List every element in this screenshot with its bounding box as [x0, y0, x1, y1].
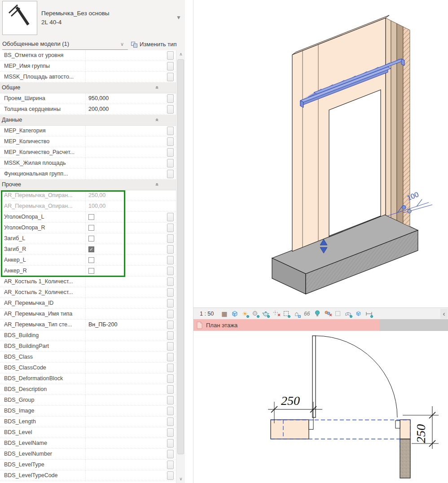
property-value[interactable]	[85, 136, 165, 147]
associate-param-button[interactable]	[167, 267, 174, 275]
section-header[interactable]: Общие«	[0, 83, 176, 93]
property-value[interactable]: 200,000	[85, 104, 165, 115]
associate-param-button[interactable]	[167, 331, 174, 340]
associate-param-button[interactable]	[167, 428, 174, 437]
collapse-arrow-icon[interactable]: ‹	[440, 309, 448, 319]
dimension-grip-blue[interactable]	[402, 206, 406, 209]
property-value[interactable]	[85, 341, 165, 352]
associate-param-button[interactable]	[167, 62, 174, 70]
associate-param-button[interactable]	[167, 417, 174, 426]
associate-param-button[interactable]	[167, 245, 174, 254]
property-value[interactable]	[85, 233, 165, 244]
property-value[interactable]	[85, 460, 165, 470]
3d-view-canvas[interactable]: 100	[193, 0, 448, 307]
constraints-icon[interactable]	[365, 309, 373, 318]
property-value[interactable]	[85, 287, 165, 298]
tab-floor-plan[interactable]: План этажа	[193, 319, 380, 331]
associate-param-button[interactable]	[167, 170, 174, 178]
associate-param-button[interactable]	[167, 277, 174, 286]
property-value[interactable]	[85, 266, 165, 277]
associate-param-button[interactable]	[167, 213, 174, 221]
associate-param-button[interactable]	[167, 439, 174, 448]
associate-param-button[interactable]	[167, 73, 174, 81]
collapse-chevron-icon[interactable]: «	[154, 119, 161, 122]
property-value[interactable]	[85, 61, 165, 72]
associate-param-button[interactable]	[167, 310, 174, 318]
property-value[interactable]	[85, 373, 165, 384]
reveal-hidden-icon[interactable]	[313, 309, 321, 318]
associate-param-button[interactable]	[167, 256, 174, 264]
associate-param-button[interactable]	[167, 385, 174, 394]
type-thumbnail[interactable]	[2, 1, 37, 35]
associate-param-button[interactable]	[167, 471, 174, 480]
checkbox[interactable]	[88, 214, 94, 220]
associate-param-button[interactable]	[167, 105, 174, 114]
section-header[interactable]: Прочее«	[0, 180, 176, 190]
property-value[interactable]	[85, 330, 165, 341]
collapse-chevron-icon[interactable]: «	[154, 86, 161, 89]
dimension-grip-gray[interactable]	[408, 209, 411, 213]
associate-param-button[interactable]	[167, 321, 174, 329]
property-value[interactable]	[85, 309, 165, 320]
property-value[interactable]	[85, 427, 165, 438]
property-value[interactable]	[85, 470, 165, 481]
property-value[interactable]	[85, 212, 165, 223]
crop-view-icon[interactable]: ✕	[272, 309, 280, 318]
checkbox[interactable]	[88, 236, 94, 242]
section-header[interactable]: Данные«	[0, 115, 176, 126]
associate-param-button[interactable]	[167, 224, 174, 232]
render-icon[interactable]	[261, 309, 270, 318]
associate-param-button[interactable]	[167, 407, 174, 415]
associate-param-button[interactable]	[167, 234, 174, 243]
scroll-down-arrow-icon[interactable]: ∨	[176, 475, 185, 483]
associate-param-button[interactable]	[167, 137, 174, 146]
associate-param-button[interactable]	[167, 159, 174, 167]
crop-region-icon[interactable]	[282, 309, 290, 318]
type-dropdown-arrow-icon[interactable]: ▼	[176, 14, 181, 21]
visual-style-icon[interactable]	[230, 309, 239, 318]
property-value[interactable]	[85, 158, 165, 169]
property-value[interactable]	[85, 255, 165, 266]
associate-param-button[interactable]	[167, 450, 174, 458]
orient-home-icon[interactable]: ⌂	[292, 309, 301, 318]
property-value[interactable]	[85, 417, 165, 427]
shadows-icon[interactable]	[251, 309, 259, 318]
hide-isolate-glasses-icon[interactable]: 66	[303, 309, 311, 318]
door-leaf[interactable]	[312, 336, 316, 417]
analytical-model-icon[interactable]	[344, 309, 352, 318]
property-value[interactable]	[85, 147, 165, 158]
properties-scrollbar[interactable]: ∧ ∨	[176, 50, 185, 483]
checkbox[interactable]	[88, 257, 94, 263]
checkbox[interactable]: ✓	[88, 246, 94, 252]
collapse-chevron-icon[interactable]: «	[154, 183, 161, 186]
associate-param-button[interactable]	[167, 148, 174, 157]
highlight-displacement-icon[interactable]	[354, 309, 363, 318]
property-value[interactable]	[85, 277, 165, 287]
associate-param-button[interactable]	[167, 127, 174, 135]
property-value[interactable]	[85, 169, 165, 180]
property-value[interactable]	[85, 406, 165, 417]
associate-param-button[interactable]	[167, 374, 174, 383]
property-value[interactable]	[85, 352, 165, 363]
edit-type-button[interactable]: Изменить тип	[131, 40, 177, 49]
property-value[interactable]: Вн_ПБ-200	[85, 320, 165, 330]
detail-level-icon[interactable]: ▦	[220, 309, 228, 318]
wall-right-plan[interactable]	[400, 420, 410, 439]
category-filter-select[interactable]: Обобщенные модели (1) ∨	[2, 39, 128, 50]
property-value[interactable]	[85, 449, 165, 460]
associate-param-button[interactable]	[167, 51, 174, 60]
property-value[interactable]	[85, 298, 165, 309]
scrollbar-thumb[interactable]	[177, 59, 184, 454]
property-value[interactable]	[85, 72, 165, 83]
property-value[interactable]	[85, 223, 165, 233]
sun-path-icon[interactable]: ☀	[241, 309, 249, 318]
property-value[interactable]	[85, 438, 165, 449]
wall-pier-hatched-plan[interactable]	[400, 439, 410, 478]
associate-param-button[interactable]	[167, 94, 174, 103]
worksharing-display-icon[interactable]: ✕	[323, 309, 332, 318]
property-value[interactable]	[85, 384, 165, 395]
associate-param-button[interactable]	[167, 353, 174, 361]
scroll-up-arrow-icon[interactable]: ∧	[176, 50, 185, 58]
associate-param-button[interactable]	[167, 461, 174, 469]
property-value[interactable]: ✓	[85, 244, 165, 255]
